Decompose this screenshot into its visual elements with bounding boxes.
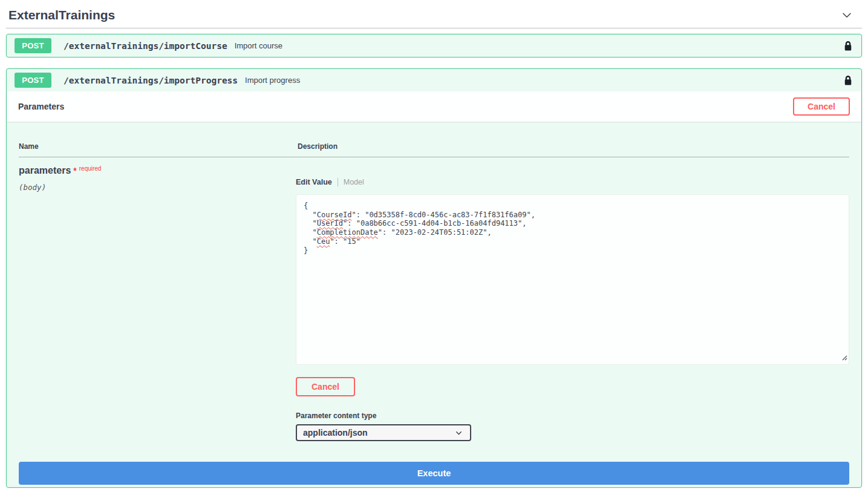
tab-model[interactable]: Model xyxy=(344,178,364,186)
operation-path: /externalTrainings/importProgress xyxy=(64,76,238,85)
execute-wrapper: Execute xyxy=(19,462,849,485)
description-column-header: Description xyxy=(298,142,849,151)
opblock-summary-import-course[interactable]: POST /externalTrainings/importCourse Imp… xyxy=(7,34,861,57)
swagger-page: ExternalTrainings POST /externalTraining… xyxy=(0,0,868,488)
operation-path: /externalTrainings/importCourse xyxy=(64,41,227,51)
operation-summary: Import course xyxy=(235,41,282,50)
method-badge: POST xyxy=(15,38,51,53)
parameter-name: parameters xyxy=(19,165,71,175)
execute-button[interactable]: Execute xyxy=(19,462,849,485)
cancel-edit-button[interactable]: Cancel xyxy=(296,377,355,396)
required-label: required xyxy=(79,165,102,172)
parameter-row: parameters*required (body) Edit Value Mo… xyxy=(19,157,849,441)
lock-icon[interactable] xyxy=(842,74,854,87)
content-type-select[interactable]: application/json xyxy=(296,424,471,441)
chevron-down-icon xyxy=(455,429,463,437)
opblock-import-course: POST /externalTrainings/importCourse Imp… xyxy=(6,34,862,57)
resize-grip-icon[interactable] xyxy=(841,354,847,363)
model-tabs: Edit Value Model xyxy=(296,178,849,186)
content-type-block: Parameter content type application/json xyxy=(296,412,849,441)
tab-edit-value[interactable]: Edit Value xyxy=(296,178,332,186)
tag-header[interactable]: ExternalTrainings xyxy=(6,0,862,28)
operation-summary: Import progress xyxy=(245,76,300,85)
chevron-down-icon[interactable] xyxy=(840,8,853,22)
content-type-label: Parameter content type xyxy=(296,412,849,420)
required-star: * xyxy=(73,166,76,175)
parameters-table-header: Name Description xyxy=(19,133,849,157)
parameter-name-cell: parameters*required (body) xyxy=(19,165,296,441)
lock-icon[interactable] xyxy=(842,39,854,53)
body-value-editor[interactable]: { "CourseId": "0d35358f-8cd0-456c-ac83-7… xyxy=(296,194,849,365)
method-badge: POST xyxy=(15,73,51,88)
tag-title: ExternalTrainings xyxy=(8,8,115,22)
parameter-description-cell: Edit Value Model { "CourseId": "0d35358f… xyxy=(296,165,849,441)
tab-separator xyxy=(338,178,338,186)
content-type-value: application/json xyxy=(303,428,368,438)
name-column-header: Name xyxy=(19,142,298,151)
parameter-in-label: (body) xyxy=(19,183,296,192)
cancel-try-out-button[interactable]: Cancel xyxy=(793,97,850,116)
parameters-section-header: Parameters Cancel xyxy=(7,91,861,122)
parameters-title: Parameters xyxy=(18,102,64,111)
opblock-body: Name Description parameters*required (bo… xyxy=(7,122,861,487)
opblock-summary-import-progress[interactable]: POST /externalTrainings/importProgress I… xyxy=(7,69,861,91)
opblock-import-progress: POST /externalTrainings/importProgress I… xyxy=(6,68,862,488)
